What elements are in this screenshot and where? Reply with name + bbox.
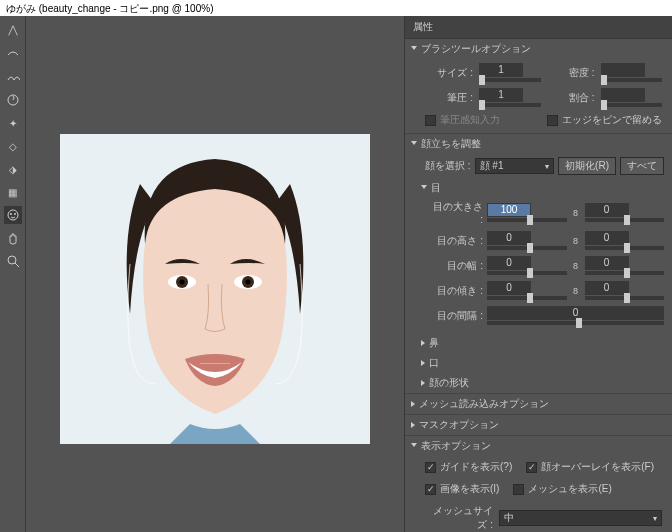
eye-distance-label: 目の間隔 : xyxy=(431,309,483,323)
brush-density-label: 密度 : xyxy=(547,66,595,80)
push-left-tool-icon[interactable]: ⬗ xyxy=(4,160,22,178)
eye-size-right-input[interactable]: 0 xyxy=(585,203,629,217)
show-image-checkbox[interactable] xyxy=(425,484,436,495)
properties-header: 属性 xyxy=(405,16,672,39)
zoom-tool-icon[interactable] xyxy=(4,252,22,270)
show-mesh-checkbox[interactable] xyxy=(513,484,524,495)
link-icon[interactable]: 8 xyxy=(571,286,581,296)
brush-section-toggle[interactable]: ブラシツールオプション xyxy=(405,39,672,59)
mouth-subsection-toggle[interactable]: 口 xyxy=(421,353,672,373)
forward-warp-tool-icon[interactable] xyxy=(4,22,22,40)
twirl-tool-icon[interactable] xyxy=(4,91,22,109)
smooth-tool-icon[interactable] xyxy=(4,68,22,86)
brush-size-input[interactable]: 1 xyxy=(479,63,523,77)
svg-point-2 xyxy=(10,213,12,215)
eye-tilt-label: 目の傾き : xyxy=(431,284,483,298)
eye-height-left-input[interactable]: 0 xyxy=(487,231,531,245)
brush-pressure-slider[interactable] xyxy=(479,103,541,107)
eye-height-left-slider[interactable] xyxy=(487,246,567,250)
brush-size-slider[interactable] xyxy=(479,78,541,82)
brush-pressure-input[interactable]: 1 xyxy=(479,88,523,102)
eye-width-left-input[interactable]: 0 xyxy=(487,256,531,270)
canvas-area[interactable] xyxy=(26,16,404,532)
mesh-size-select: 中▾ xyxy=(499,510,662,526)
link-icon[interactable]: 8 xyxy=(571,236,581,246)
brush-rate-slider[interactable] xyxy=(601,103,663,107)
mesh-load-section-toggle[interactable]: メッシュ読み込みオプション xyxy=(405,394,672,414)
eye-width-label: 目の幅 : xyxy=(431,259,483,273)
canvas-image xyxy=(60,134,370,444)
reconstruct-tool-icon[interactable] xyxy=(4,45,22,63)
bloat-tool-icon[interactable]: ◇ xyxy=(4,137,22,155)
face-select-label: 顔を選択 : xyxy=(425,159,471,173)
face-section-toggle[interactable]: 顔立ちを調整 xyxy=(405,134,672,154)
eye-distance-slider[interactable] xyxy=(487,321,664,325)
show-guide-checkbox[interactable] xyxy=(425,462,436,473)
show-face-overlay-checkbox[interactable] xyxy=(526,462,537,473)
hand-tool-icon[interactable] xyxy=(4,229,22,247)
link-icon[interactable]: 8 xyxy=(571,208,581,218)
eye-size-right-slider[interactable] xyxy=(585,218,665,222)
brush-pressure-label: 筆圧 : xyxy=(425,91,473,105)
eye-width-right-input[interactable]: 0 xyxy=(585,256,629,270)
svg-line-5 xyxy=(15,263,19,267)
eye-tilt-right-slider[interactable] xyxy=(585,296,665,300)
svg-point-3 xyxy=(14,213,16,215)
document-canvas[interactable] xyxy=(60,134,370,444)
link-icon[interactable]: 8 xyxy=(571,261,581,271)
eye-size-label: 目の大きさ : xyxy=(431,200,483,225)
face-tool-icon[interactable] xyxy=(4,206,22,224)
eye-subsection-toggle[interactable]: 目 xyxy=(421,178,672,198)
reset-button[interactable]: 初期化(R) xyxy=(558,157,616,175)
eye-height-label: 目の高さ : xyxy=(431,234,483,248)
svg-point-12 xyxy=(246,280,251,285)
pucker-tool-icon[interactable]: ✦ xyxy=(4,114,22,132)
eye-width-left-slider[interactable] xyxy=(487,271,567,275)
display-section-toggle[interactable]: 表示オプション xyxy=(405,436,672,456)
eye-height-right-slider[interactable] xyxy=(585,246,665,250)
left-toolbar: ✦ ◇ ⬗ ▦ xyxy=(0,16,26,532)
nose-subsection-toggle[interactable]: 鼻 xyxy=(421,333,672,353)
eye-size-left-input[interactable]: 100 xyxy=(487,203,531,217)
face-shape-subsection-toggle[interactable]: 顔の形状 xyxy=(421,373,672,393)
brush-size-label: サイズ : xyxy=(425,66,473,80)
freeze-mask-tool-icon[interactable]: ▦ xyxy=(4,183,22,201)
window-titlebar: ゆがみ (beauty_change - コピー.png @ 100%) xyxy=(0,0,672,16)
eye-size-left-slider[interactable] xyxy=(487,218,567,222)
eye-height-right-input[interactable]: 0 xyxy=(585,231,629,245)
svg-point-11 xyxy=(180,280,185,285)
pin-edges-checkbox[interactable] xyxy=(547,115,558,126)
mask-options-section-toggle[interactable]: マスクオプション xyxy=(405,415,672,435)
face-select-dropdown[interactable]: 顔 #1▾ xyxy=(475,158,555,174)
brush-rate-input[interactable] xyxy=(601,88,645,102)
all-button[interactable]: すべて xyxy=(620,157,664,175)
eye-tilt-left-slider[interactable] xyxy=(487,296,567,300)
svg-point-4 xyxy=(8,256,16,264)
pen-pressure-checkbox[interactable] xyxy=(425,115,436,126)
eye-width-right-slider[interactable] xyxy=(585,271,665,275)
svg-rect-13 xyxy=(200,363,230,364)
brush-density-slider[interactable] xyxy=(601,78,663,82)
brush-rate-label: 割合 : xyxy=(547,91,595,105)
brush-density-input[interactable] xyxy=(601,63,645,77)
eye-tilt-right-input[interactable]: 0 xyxy=(585,281,629,295)
properties-panel: 属性 ブラシツールオプション サイズ : 1 密度 : 筆圧 : 1 割合 : xyxy=(404,16,672,532)
eye-tilt-left-input[interactable]: 0 xyxy=(487,281,531,295)
